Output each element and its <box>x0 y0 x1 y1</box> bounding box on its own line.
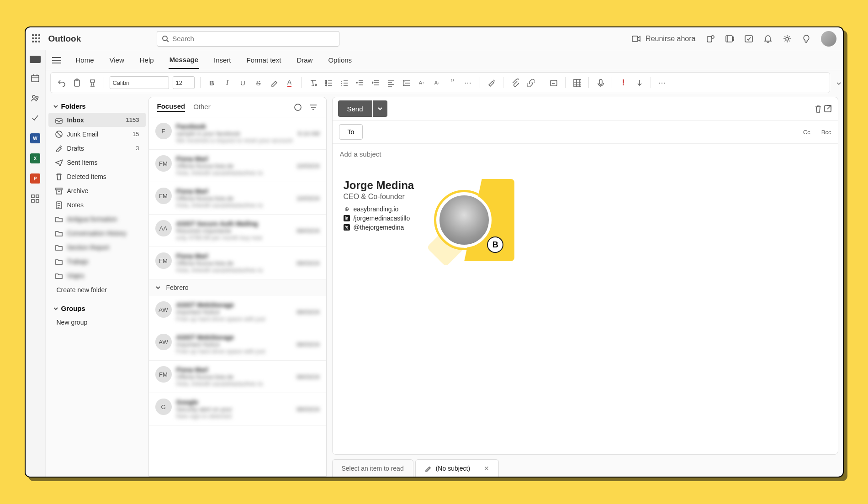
bcc-toggle[interactable]: Bcc <box>821 129 831 136</box>
mail-icon[interactable] <box>30 56 41 63</box>
strikethrough-icon[interactable]: S <box>253 77 265 89</box>
calendar-icon[interactable] <box>30 73 40 83</box>
tab-view[interactable]: View <box>109 52 125 68</box>
tab-other[interactable]: Other <box>193 103 211 111</box>
send-button[interactable]: Send <box>338 100 372 117</box>
folder-item[interactable]: Inbox1153 <box>48 113 146 127</box>
search-box[interactable] <box>157 31 339 47</box>
tab-no-subject[interactable]: (No subject) ✕ <box>415 459 499 477</box>
tips-icon[interactable] <box>802 34 811 43</box>
underline-icon[interactable]: U <box>237 77 249 89</box>
line-spacing-icon[interactable] <box>400 77 412 89</box>
tab-format-text[interactable]: Format text <box>246 52 282 68</box>
more-apps-icon[interactable] <box>30 194 40 204</box>
folder-item[interactable]: Notes <box>48 198 146 212</box>
folders-header[interactable]: Folders <box>48 100 146 113</box>
tab-insert[interactable]: Insert <box>213 52 232 68</box>
tab-home[interactable]: Home <box>75 52 95 68</box>
to-button[interactable]: To <box>339 124 363 140</box>
to-input[interactable] <box>369 128 792 136</box>
message-item[interactable]: FFacebooksample is your facebook9:14 AMW… <box>149 117 326 150</box>
clear-format-icon[interactable] <box>307 77 319 89</box>
popout-icon[interactable] <box>823 104 832 113</box>
message-item[interactable]: FMFiona MarlOfferta Nuova lista de08/03/… <box>149 361 326 393</box>
folder-item[interactable]: Archive <box>48 184 146 198</box>
clipboard-icon[interactable] <box>71 77 83 89</box>
italic-icon[interactable]: I <box>222 77 233 89</box>
tab-help[interactable]: Help <box>139 52 155 68</box>
font-size-select[interactable]: 12 <box>173 76 195 89</box>
select-mode-icon[interactable] <box>293 103 302 112</box>
numbering-icon[interactable] <box>338 77 350 89</box>
message-item[interactable]: GGoogleSecurity alert on your08/03/24New… <box>149 393 326 425</box>
message-item[interactable]: AWASIST WebStorageImportant Notice08/03/… <box>149 296 326 328</box>
font-grow-icon[interactable]: A↑ <box>416 77 428 89</box>
ribbon-overflow-icon[interactable]: ⋯ <box>656 77 668 89</box>
tab-message[interactable]: Message <box>169 51 199 69</box>
importance-high-icon[interactable]: ! <box>618 77 630 89</box>
more-format-icon[interactable]: ⋯ <box>462 77 474 89</box>
indent-increase-icon[interactable] <box>369 77 381 89</box>
format-painter-icon[interactable] <box>86 77 98 89</box>
teams-icon[interactable] <box>706 34 715 43</box>
send-dropdown[interactable] <box>373 100 387 117</box>
word-icon[interactable]: W <box>30 133 40 143</box>
folder-item[interactable]: Junk Email15 <box>48 127 146 141</box>
settings-icon[interactable] <box>783 34 792 43</box>
bold-icon[interactable]: B <box>206 77 218 89</box>
table-icon[interactable] <box>571 77 583 89</box>
search-input[interactable] <box>172 35 334 42</box>
filter-icon[interactable] <box>309 103 318 112</box>
ribbon-expand-icon[interactable] <box>835 73 843 94</box>
cc-toggle[interactable]: Cc <box>803 129 810 136</box>
message-group-header[interactable]: Febrero <box>149 279 326 296</box>
message-item[interactable]: FMFiona MarlOfferta Nuova lista de10/03/… <box>149 182 326 215</box>
folder-item[interactable]: Drafts3 <box>48 141 146 155</box>
message-body[interactable]: Jorge Medina CEO & Co-founder ⊕easybrand… <box>333 165 838 454</box>
tab-reading-placeholder[interactable]: Select an item to read <box>332 459 413 477</box>
font-color-icon[interactable]: A <box>284 77 296 89</box>
excel-icon[interactable]: X <box>30 153 40 163</box>
tab-focused[interactable]: Focused <box>157 102 185 112</box>
font-shrink-icon[interactable]: A↓ <box>431 77 443 89</box>
attach-icon[interactable] <box>509 77 521 89</box>
message-item[interactable]: AAASIST Secure Auth MailingResumen impor… <box>149 215 326 247</box>
dictate-icon[interactable] <box>594 77 606 89</box>
importance-low-icon[interactable] <box>633 77 645 89</box>
groups-header[interactable]: Groups <box>48 302 146 315</box>
folder-item[interactable]: Sent Items <box>48 155 146 169</box>
folder-item[interactable]: Trabajo <box>48 254 146 268</box>
folder-item[interactable]: Antigua formation <box>48 212 146 226</box>
folder-item[interactable]: Conversation History <box>48 226 146 240</box>
folder-item[interactable]: Section Report <box>48 240 146 254</box>
folder-item[interactable]: Viajes <box>48 268 146 283</box>
onenote-icon[interactable] <box>725 34 734 43</box>
meet-now-button[interactable]: Reunirse ahora <box>632 35 695 43</box>
tasks-icon[interactable] <box>30 113 40 123</box>
discard-icon[interactable] <box>814 104 823 113</box>
user-avatar[interactable] <box>821 31 836 47</box>
create-folder-link[interactable]: Create new folder <box>48 283 146 297</box>
font-select[interactable]: Calibri <box>110 76 169 89</box>
tab-options[interactable]: Options <box>327 52 353 68</box>
align-icon[interactable] <box>385 77 397 89</box>
tab-draw[interactable]: Draw <box>296 52 313 68</box>
new-group-link[interactable]: New group <box>48 315 146 330</box>
powerpoint-icon[interactable]: P <box>30 173 40 184</box>
undo-icon[interactable] <box>55 77 67 89</box>
bullets-icon[interactable] <box>323 77 334 89</box>
indent-decrease-icon[interactable] <box>354 77 365 89</box>
styles-icon[interactable] <box>486 77 498 89</box>
close-tab-icon[interactable]: ✕ <box>484 465 489 472</box>
signature-icon[interactable] <box>548 77 560 89</box>
message-item[interactable]: FMFiona MarlOfferta Nuova lista de10/03/… <box>149 150 326 182</box>
todo-icon[interactable] <box>744 34 753 43</box>
message-item[interactable]: AWASIST WebStorageImportant Notice08/03/… <box>149 328 326 361</box>
quote-icon[interactable]: ” <box>447 77 459 89</box>
nav-toggle-icon[interactable] <box>52 57 61 63</box>
subject-input[interactable] <box>340 150 831 158</box>
people-icon[interactable] <box>30 93 40 103</box>
folder-item[interactable]: Deleted Items <box>48 169 146 184</box>
highlight-icon[interactable] <box>268 77 280 89</box>
link-icon[interactable] <box>524 77 536 89</box>
